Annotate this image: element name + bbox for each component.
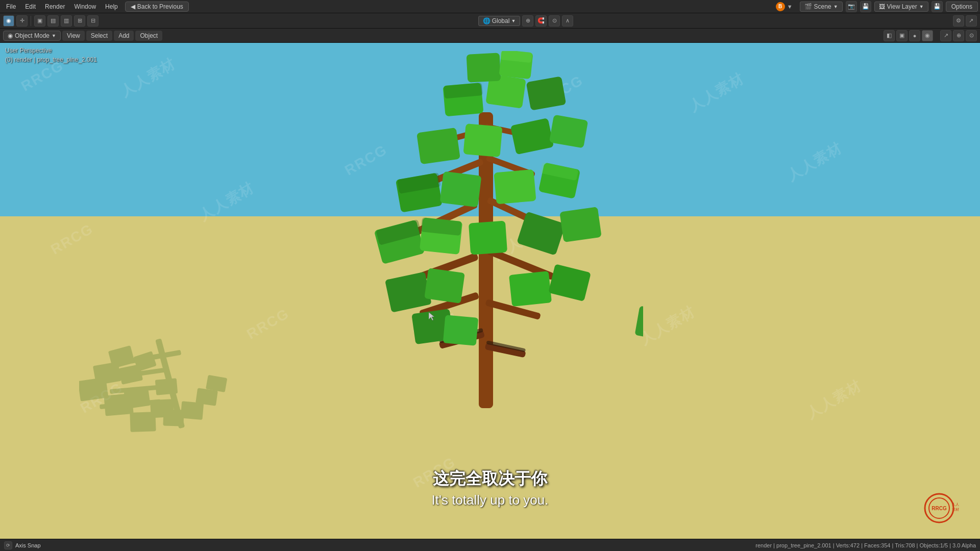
svg-text:人人: 人人 bbox=[952, 503, 959, 507]
cursor-tool[interactable]: ✛ bbox=[16, 15, 28, 27]
snap-icon[interactable]: 🧲 bbox=[535, 15, 547, 27]
svg-rect-37 bbox=[443, 315, 479, 345]
add-menu-btn[interactable]: Add bbox=[114, 31, 134, 41]
back-icon: ◀ bbox=[131, 3, 135, 10]
tree-3d bbox=[337, 51, 643, 420]
save-icon[interactable]: 💾 bbox=[860, 1, 871, 12]
view-menu-btn[interactable]: View bbox=[62, 31, 85, 41]
axis-snap-label: Axis Snap bbox=[15, 542, 41, 548]
svg-rect-40 bbox=[509, 271, 552, 307]
viewport-perspective: User Perspective bbox=[5, 46, 97, 55]
xray-toggle[interactable]: ⊙ bbox=[966, 30, 977, 41]
box-icon-3[interactable]: ▥ bbox=[61, 15, 72, 27]
svg-rect-51 bbox=[416, 128, 460, 164]
gizmo-toggle[interactable]: ↗ bbox=[940, 30, 951, 41]
global-orientation-btn[interactable]: 🌐 Global ▼ bbox=[478, 16, 521, 26]
status-bar: ⟳ Axis Snap render | prop_tree_pine_2.00… bbox=[0, 539, 980, 551]
svg-rect-48 bbox=[440, 171, 482, 208]
layer-icon: 🖼 bbox=[879, 3, 885, 10]
overlay-toggle[interactable]: ⊕ bbox=[953, 30, 964, 41]
layer-save-icon[interactable]: 💾 bbox=[932, 1, 943, 12]
svg-rect-49 bbox=[494, 169, 536, 205]
header-bar: ◉ Object Mode ▼ View Select Add Object ◧… bbox=[0, 29, 980, 43]
global-dropdown-icon: ▼ bbox=[511, 18, 516, 23]
stats-label: render | prop_tree_pine_2.001 | Verts:47… bbox=[755, 542, 976, 548]
overlay-icon[interactable]: ⚙ bbox=[953, 15, 964, 27]
svg-rect-14 bbox=[163, 409, 184, 426]
scene-selector[interactable]: 🎬 Scene ▼ bbox=[800, 2, 843, 12]
menu-edit[interactable]: Edit bbox=[21, 2, 40, 11]
pivot-icon[interactable]: ⊕ bbox=[522, 15, 533, 27]
svg-rect-53 bbox=[510, 118, 554, 155]
rrcg-logo: RRCG 人人 素材 bbox=[924, 493, 970, 523]
svg-rect-15 bbox=[130, 412, 156, 432]
viewport-info: User Perspective (0) render | prop_tree_… bbox=[5, 46, 97, 64]
global-icon: 🌐 bbox=[483, 17, 491, 24]
object-icon[interactable]: ◉ bbox=[3, 15, 14, 27]
select-menu-btn[interactable]: Select bbox=[86, 31, 112, 41]
proportional-icon[interactable]: ⊙ bbox=[549, 15, 560, 27]
box-icon-1[interactable]: ▣ bbox=[34, 15, 45, 27]
camera-icon[interactable]: 📷 bbox=[846, 1, 857, 12]
status-icon[interactable]: ⟳ bbox=[4, 541, 12, 549]
tree-shadow bbox=[79, 287, 293, 452]
toolbar: ◉ ✛ ▣ ▤ ▥ ⊞ ⊟ 🌐 Global ▼ ⊕ 🧲 ⊙ ∧ ⚙ ↗ bbox=[0, 13, 980, 29]
layer-dropdown-icon: ▼ bbox=[919, 4, 924, 9]
menu-file[interactable]: File bbox=[2, 2, 20, 11]
options-button[interactable]: Options bbox=[946, 2, 978, 12]
svg-rect-17 bbox=[195, 388, 218, 406]
viewport[interactable]: User Perspective (0) render | prop_tree_… bbox=[0, 43, 980, 539]
svg-rect-57 bbox=[526, 76, 567, 110]
blender-icon: B bbox=[776, 2, 785, 11]
view-layer-selector[interactable]: 🖼 View Layer ▼ bbox=[874, 2, 928, 12]
toolbar-sep-1 bbox=[31, 16, 31, 26]
svg-rect-46 bbox=[559, 207, 602, 242]
box-icon-5[interactable]: ⊟ bbox=[87, 15, 99, 27]
viewport-object-info: (0) render | prop_tree_pine_2.001 bbox=[5, 55, 97, 64]
scene-icon: 🎬 bbox=[804, 3, 812, 10]
svg-rect-16 bbox=[181, 401, 204, 420]
svg-rect-41 bbox=[548, 264, 591, 302]
menu-render[interactable]: Render bbox=[41, 2, 69, 11]
svg-text:素材: 素材 bbox=[952, 508, 959, 511]
mode-icon: ◉ bbox=[8, 32, 13, 39]
svg-rect-38 bbox=[385, 271, 432, 312]
viewport-shading-2[interactable]: ▣ bbox=[896, 30, 908, 41]
gizmo-icon[interactable]: ↗ bbox=[966, 15, 977, 27]
scene-dropdown-icon: ▼ bbox=[834, 4, 838, 9]
back-previous-button[interactable]: ◀ Back to Previous bbox=[125, 2, 189, 12]
top-menubar: File Edit Render Window Help ◀ Back to P… bbox=[0, 0, 980, 13]
svg-rect-54 bbox=[549, 115, 589, 148]
svg-rect-11 bbox=[124, 388, 150, 409]
svg-rect-44 bbox=[469, 221, 507, 255]
blender-label: ▼ bbox=[787, 4, 793, 10]
svg-text:RRCG: RRCG bbox=[932, 506, 947, 511]
box-icon-2[interactable]: ▤ bbox=[47, 15, 59, 27]
viewport-shading-4[interactable]: ◉ bbox=[922, 30, 933, 41]
svg-rect-13 bbox=[155, 378, 178, 395]
menu-help[interactable]: Help bbox=[101, 2, 122, 11]
mode-dropdown[interactable]: ◉ Object Mode ▼ bbox=[3, 31, 61, 41]
box-icon-4[interactable]: ⊞ bbox=[74, 15, 85, 27]
svg-rect-52 bbox=[463, 123, 503, 157]
svg-rect-39 bbox=[424, 268, 465, 303]
svg-rect-58 bbox=[467, 53, 501, 82]
proportional-type-icon[interactable]: ∧ bbox=[562, 15, 573, 27]
viewport-shading-1[interactable]: ◧ bbox=[884, 30, 895, 41]
viewport-shading-3[interactable]: ● bbox=[909, 30, 920, 41]
mode-chevron: ▼ bbox=[52, 33, 56, 38]
menu-window[interactable]: Window bbox=[70, 2, 100, 11]
svg-rect-35 bbox=[634, 306, 643, 341]
object-menu-btn[interactable]: Object bbox=[135, 31, 162, 41]
